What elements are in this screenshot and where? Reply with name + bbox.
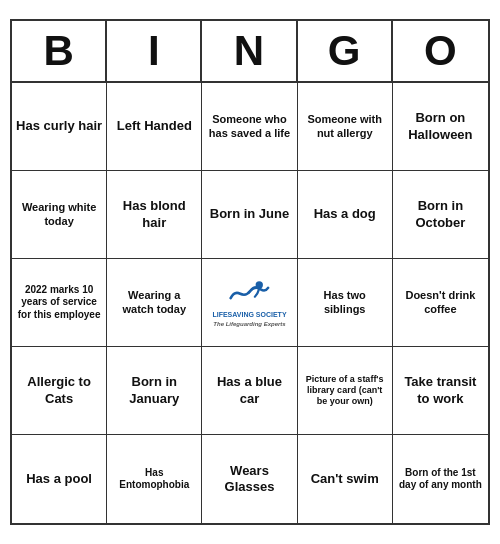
- bingo-cell-r1c4: Someone with nut allergy: [298, 83, 393, 171]
- lifesaving-icon: [227, 277, 271, 309]
- cell-text: Has two siblings: [302, 289, 388, 317]
- bingo-cell-r2c2: Has blond hair: [107, 171, 202, 259]
- bingo-cell-r3c5: Doesn't drink coffee: [393, 259, 488, 347]
- lifesaving-logo: LIFESAVING SOCIETYThe Lifeguarding Exper…: [212, 277, 286, 329]
- cell-text: Born in October: [397, 198, 484, 231]
- bingo-cell-r4c1: Allergic to Cats: [12, 347, 107, 435]
- cell-text: Has blond hair: [111, 198, 197, 231]
- lifesaving-main-text: LIFESAVING SOCIETY: [212, 311, 286, 319]
- header-letter: B: [12, 21, 107, 81]
- cell-text: Born on Halloween: [397, 110, 484, 143]
- bingo-cell-r4c2: Born in January: [107, 347, 202, 435]
- cell-text: Has a blue car: [206, 374, 292, 407]
- cell-text: Has Entomophobia: [111, 467, 197, 492]
- cell-text: Left Handed: [117, 118, 192, 134]
- bingo-cell-r3c1: 2022 marks 10 years of service for this …: [12, 259, 107, 347]
- cell-text: Allergic to Cats: [16, 374, 102, 407]
- cell-text: Born of the 1st day of any month: [397, 467, 484, 492]
- header-letter: I: [107, 21, 202, 81]
- bingo-cell-r2c1: Wearing white today: [12, 171, 107, 259]
- bingo-cell-r5c2: Has Entomophobia: [107, 435, 202, 523]
- bingo-cell-r2c5: Born in October: [393, 171, 488, 259]
- cell-text: Doesn't drink coffee: [397, 289, 484, 317]
- cell-text: Born in January: [111, 374, 197, 407]
- cell-text: Can't swim: [311, 471, 379, 487]
- bingo-cell-r4c5: Take transit to work: [393, 347, 488, 435]
- bingo-cell-r4c4: Picture of a staff's library card (can't…: [298, 347, 393, 435]
- bingo-cell-r1c5: Born on Halloween: [393, 83, 488, 171]
- cell-text: Someone with nut allergy: [302, 113, 388, 141]
- bingo-cell-r3c2: Wearing a watch today: [107, 259, 202, 347]
- cell-text: 2022 marks 10 years of service for this …: [16, 284, 102, 322]
- cell-text: Take transit to work: [397, 374, 484, 407]
- bingo-cell-r1c3: Someone who has saved a life: [202, 83, 297, 171]
- bingo-grid: Has curly hairLeft HandedSomeone who has…: [12, 83, 488, 523]
- cell-text: Born in June: [210, 206, 289, 222]
- bingo-cell-r3c4: Has two siblings: [298, 259, 393, 347]
- cell-text: Has a pool: [26, 471, 92, 487]
- cell-text: Wearing white today: [16, 201, 102, 229]
- cell-text: Wears Glasses: [206, 463, 292, 496]
- cell-text: Someone who has saved a life: [206, 113, 292, 141]
- cell-text: Picture of a staff's library card (can't…: [302, 374, 388, 408]
- cell-text: Has a dog: [314, 206, 376, 222]
- header-letter: G: [298, 21, 393, 81]
- header-letter: O: [393, 21, 488, 81]
- cell-text: Has curly hair: [16, 118, 102, 134]
- bingo-cell-r2c3: Born in June: [202, 171, 297, 259]
- bingo-cell-r5c1: Has a pool: [12, 435, 107, 523]
- bingo-cell-r2c4: Has a dog: [298, 171, 393, 259]
- bingo-cell-r1c2: Left Handed: [107, 83, 202, 171]
- bingo-cell-r4c3: Has a blue car: [202, 347, 297, 435]
- cell-text: Wearing a watch today: [111, 289, 197, 317]
- bingo-cell-r5c4: Can't swim: [298, 435, 393, 523]
- bingo-cell-r5c5: Born of the 1st day of any month: [393, 435, 488, 523]
- bingo-cell-r3c3: LIFESAVING SOCIETYThe Lifeguarding Exper…: [202, 259, 297, 347]
- lifesaving-sub-text: The Lifeguarding Experts: [213, 321, 285, 329]
- bingo-card: BINGO Has curly hairLeft HandedSomeone w…: [10, 19, 490, 525]
- bingo-cell-r5c3: Wears Glasses: [202, 435, 297, 523]
- header-letter: N: [202, 21, 297, 81]
- bingo-cell-r1c1: Has curly hair: [12, 83, 107, 171]
- bingo-header: BINGO: [12, 21, 488, 83]
